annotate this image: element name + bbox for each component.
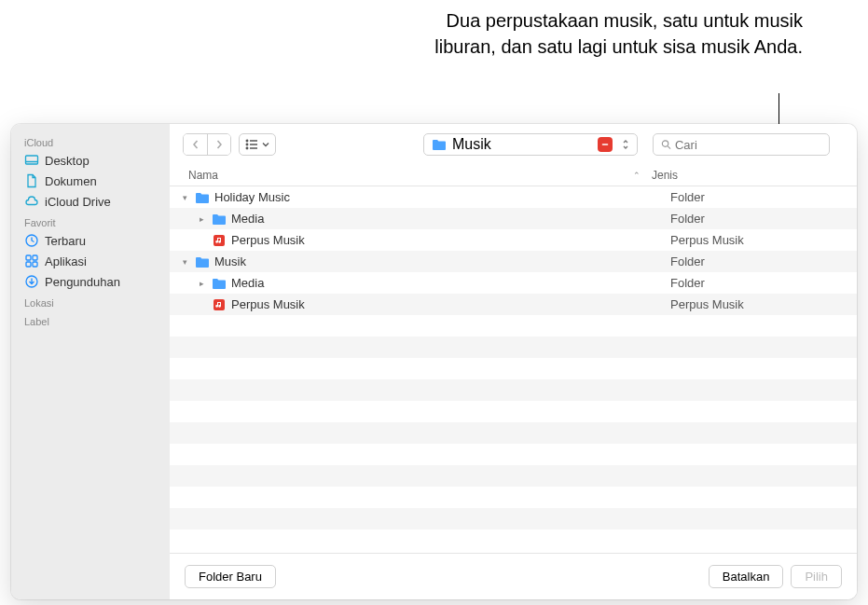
column-header-kind-label: Jenis [652, 169, 678, 182]
table-row[interactable]: Perpus Musik Perpus Musik [170, 229, 857, 251]
sidebar-item-label: Dokumen [45, 174, 97, 188]
svg-rect-0 [26, 156, 38, 164]
toolbar: Musik [170, 124, 857, 165]
svg-rect-5 [26, 262, 31, 267]
folder-icon [211, 276, 227, 291]
chevron-left-icon [191, 140, 200, 149]
sidebar-section-locations: Lokasi [11, 292, 170, 310]
table-row[interactable]: ▸ Media Folder [170, 208, 857, 229]
location-popup[interactable]: Musik [423, 133, 638, 156]
open-dialog-window: iCloud Desktop Dokumen iCloud Drive Favo… [11, 124, 857, 599]
column-header-kind[interactable]: Jenis [652, 169, 838, 182]
sidebar-item-downloads[interactable]: Pengunduhan [11, 271, 170, 292]
annotation-text: Dua perpustakaan musik, satu untuk musik… [430, 7, 803, 60]
svg-line-16 [668, 146, 670, 149]
sidebar-item-desktop[interactable]: Desktop [11, 150, 170, 171]
sidebar-item-documents[interactable]: Dokumen [11, 171, 170, 191]
sidebar: iCloud Desktop Dokumen iCloud Drive Favo… [11, 124, 170, 599]
cancel-button[interactable]: Batalkan [709, 565, 784, 588]
minus-circle-icon [601, 141, 609, 148]
nav-back-button[interactable] [184, 134, 207, 155]
folder-icon [194, 254, 211, 269]
column-header-name[interactable]: Nama ⌃ [188, 169, 652, 182]
search-input[interactable] [675, 138, 821, 152]
file-name: Perpus Musik [231, 233, 305, 247]
choose-button[interactable]: Pilih [791, 565, 842, 588]
svg-point-8 [246, 140, 248, 142]
search-icon [661, 139, 671, 150]
folder-icon [211, 212, 227, 227]
file-kind: Perpus Musik [670, 233, 857, 247]
svg-rect-17 [214, 235, 225, 246]
sidebar-item-label: Desktop [45, 154, 90, 168]
svg-point-10 [246, 147, 248, 149]
music-library-icon [211, 233, 227, 248]
file-kind: Folder [670, 212, 857, 226]
sort-chevron-icon: ⌃ [633, 171, 641, 180]
sidebar-item-recents[interactable]: Terbaru [11, 230, 170, 251]
download-icon [24, 274, 39, 289]
disclosure-triangle[interactable]: ▸ [196, 214, 207, 224]
view-mode-select[interactable] [239, 133, 276, 156]
disclosure-triangle[interactable]: ▾ [179, 193, 190, 202]
column-headers: Nama ⌃ Jenis [170, 165, 857, 186]
footer: Folder Baru Batalkan Pilih [170, 553, 857, 599]
disclosure-triangle[interactable]: ▾ [179, 257, 190, 267]
document-icon [24, 173, 39, 188]
chevron-right-icon [214, 140, 224, 149]
nav-forward-button[interactable] [207, 134, 230, 155]
sidebar-section-tags: Label [11, 310, 170, 329]
svg-rect-6 [33, 262, 37, 267]
sidebar-item-label: Terbaru [45, 234, 86, 248]
cloud-icon [24, 194, 39, 209]
file-kind: Perpus Musik [670, 297, 857, 311]
table-row[interactable]: ▸ Media Folder [170, 272, 857, 294]
list-view-icon [245, 139, 258, 150]
svg-rect-3 [26, 255, 31, 260]
search-field[interactable] [653, 133, 830, 156]
table-row[interactable]: ▾ Musik Folder [170, 251, 857, 272]
main-pane: Musik Nama ⌃ Jenis [170, 124, 857, 599]
empty-rows [170, 315, 857, 529]
chevron-down-icon [262, 141, 269, 148]
sidebar-item-icloud-drive[interactable]: iCloud Drive [11, 191, 170, 212]
updown-chevron-icon [622, 139, 629, 150]
svg-rect-18 [214, 299, 225, 310]
folder-icon [432, 138, 447, 151]
svg-rect-4 [33, 255, 37, 260]
sidebar-section-icloud: iCloud [11, 131, 170, 150]
sidebar-item-label: iCloud Drive [45, 195, 111, 209]
file-name: Holiday Music [214, 190, 290, 204]
music-library-icon [211, 297, 227, 312]
svg-point-9 [246, 144, 248, 145]
clock-icon [24, 233, 39, 248]
svg-point-15 [662, 141, 668, 146]
file-name: Perpus Musik [231, 297, 305, 311]
file-name: Media [231, 212, 264, 226]
appgrid-icon [24, 254, 39, 268]
file-name: Media [231, 276, 264, 290]
table-row[interactable]: ▾ Holiday Music Folder [170, 186, 857, 208]
file-kind: Folder [670, 276, 857, 290]
file-kind: Folder [670, 254, 857, 268]
clear-location-badge[interactable] [598, 137, 613, 152]
table-row[interactable]: Perpus Musik Perpus Musik [170, 294, 857, 315]
sidebar-item-applications[interactable]: Aplikasi [11, 251, 170, 271]
desktop-icon [24, 153, 39, 168]
nav-button-group [183, 133, 231, 156]
location-label: Musik [452, 136, 491, 153]
column-header-name-label: Nama [188, 169, 218, 182]
sidebar-section-favorites: Favorit [11, 212, 170, 230]
sidebar-item-label: Aplikasi [45, 254, 87, 268]
file-list[interactable]: ▾ Holiday Music Folder ▸ Media Fold [170, 186, 857, 553]
folder-icon [194, 190, 211, 205]
disclosure-triangle[interactable]: ▸ [196, 279, 207, 288]
sidebar-item-label: Pengunduhan [45, 275, 120, 289]
new-folder-button[interactable]: Folder Baru [185, 565, 276, 588]
file-name: Musik [214, 254, 246, 268]
file-kind: Folder [670, 190, 857, 204]
